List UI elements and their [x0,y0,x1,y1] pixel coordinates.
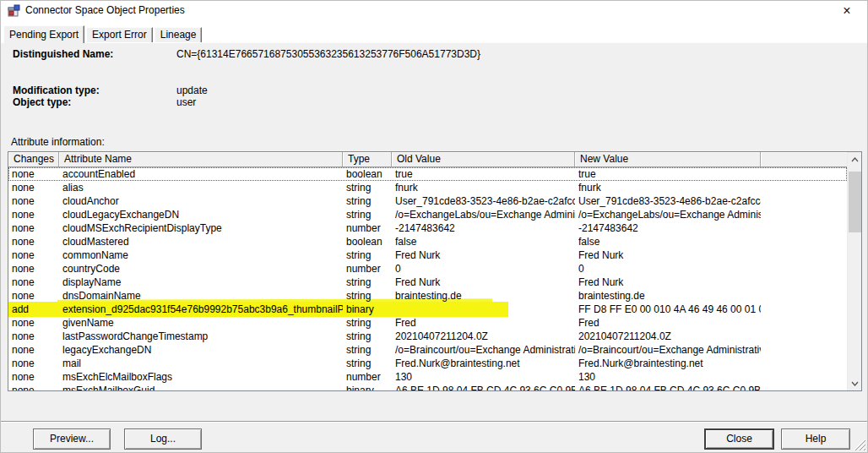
cell-changes: none [8,384,59,390]
cell-new-value: false [575,235,761,248]
help-button[interactable]: Help [781,428,850,450]
tab-lineage[interactable]: Lineage [155,27,203,42]
cell-changes: none [8,330,59,343]
cell-changes: none [8,289,59,303]
cell-new-value: 130 [575,370,761,384]
cell-type: string [343,289,392,303]
close-icon[interactable]: × [833,1,860,20]
close-button[interactable]: Close [704,428,774,450]
cell-old-value: Fred Nurk [392,276,575,289]
cell-new-value: -2147483642 [575,221,761,235]
table-row[interactable]: none lastPasswordChangeTimestamp string … [8,330,847,343]
cell-old-value: true [392,167,575,181]
table-row[interactable]: none cloudLegacyExchangeDN string /o=Exc… [8,208,847,221]
cell-filler [761,208,847,221]
cell-changes: none [8,181,59,194]
cell-new-value: Fred.Nurk@braintesting.net [575,357,761,370]
cell-changes: none [8,235,59,248]
cell-attribute-name: lastPasswordChangeTimestamp [59,330,343,343]
tab-pending-export[interactable]: Pending Export [3,25,84,43]
table-row[interactable]: none givenName string Fred Fred [8,316,847,330]
cell-attribute-name: cloudMSExchRecipientDisplayType [59,221,343,235]
cell-changes: none [8,316,59,330]
cell-old-value: braintesting.de [392,289,575,303]
cell-new-value: User_791cde83-3523-4e86-b2ae-c2afcc4... [575,194,761,208]
cell-type: string [343,343,392,357]
column-header-filler[interactable] [761,152,847,166]
cell-filler [761,221,847,235]
cell-type: boolean [343,167,392,181]
cell-changes: none [8,167,59,181]
table-body: none accountEnabled boolean true true no… [8,167,847,390]
cell-new-value: FF D8 FF E0 00 010 4A 46 49 46 00 01 01.… [575,303,761,316]
vertical-scrollbar[interactable] [847,152,861,390]
cell-old-value: /o=Braincourt/ou=Exchange Administrativ.… [392,343,575,357]
modification-type-value: update [176,85,208,96]
cell-type: string [343,181,392,194]
cell-attribute-name: dnsDomainName [59,289,343,303]
column-header-new-value[interactable]: New Value [575,152,761,166]
cell-changes: none [8,208,59,221]
cell-filler [761,248,847,262]
cell-new-value: Fred Nurk [575,248,761,262]
cell-type: string [343,316,392,330]
table-row[interactable]: add extension_d925dac931f54e76b9992b75ab… [8,303,847,316]
cell-filler [761,262,847,276]
cell-old-value: Fred [392,316,575,330]
object-type-value: user [176,96,196,108]
cell-type: string [343,330,392,343]
cell-type: string [343,194,392,208]
cell-attribute-name: mail [59,357,343,370]
column-header-old-value[interactable]: Old Value [392,152,575,166]
cell-filler [761,289,847,303]
tab-strip: Pending Export Export Error Lineage [3,25,202,42]
scrollbar-up-icon[interactable] [848,152,862,166]
cell-changes: none [8,276,59,289]
app-icon [8,4,21,18]
attribute-information-label: Attribute information: [11,136,105,148]
table-row[interactable]: none cloudMastered boolean false false [8,235,847,248]
cell-old-value: false [392,235,575,248]
table-row[interactable]: none accountEnabled boolean true true [8,167,847,181]
preview-button[interactable]: Preview... [33,428,111,450]
table-row[interactable]: none dnsDomainName string braintesting.d… [8,289,847,303]
table-row[interactable]: none msExchElcMailboxFlags number 130 13… [8,370,847,384]
scrollbar-down-icon[interactable] [848,376,862,390]
cell-attribute-name: countryCode [59,262,343,276]
table-row[interactable]: none cloudAnchor string User_791cde83-35… [8,194,847,208]
column-header-changes[interactable]: Changes [8,152,59,166]
table-row[interactable]: none displayName string Fred Nurk Fred N… [8,276,847,289]
column-header-attribute-name[interactable]: Attribute Name [59,152,343,166]
cell-changes: none [8,357,59,370]
table-row[interactable]: none mail string Fred.Nurk@braintesting.… [8,357,847,370]
cell-attribute-name: extension_d925dac931f54e76b9992b75abc3b9… [59,303,343,316]
table-row[interactable]: none cloudMSExchRecipientDisplayType num… [8,221,847,235]
cell-filler [761,235,847,248]
table-row[interactable]: none alias string fnurk fnurk [8,181,847,194]
table-row[interactable]: none legacyExchangeDN string /o=Braincou… [8,343,847,357]
cell-old-value: User_791cde83-3523-4e86-b2ae-c2afcc4... [392,194,575,208]
modification-type-label: Modification type: [13,85,100,96]
table-row[interactable]: none commonName string Fred Nurk Fred Nu… [8,248,847,262]
cell-type: number [343,221,392,235]
cell-filler [761,276,847,289]
cell-old-value: 130 [392,370,575,384]
cell-old-value [392,303,575,316]
log-button[interactable]: Log... [124,428,202,450]
table-row[interactable]: none msExchMailboxGuid binary A6 BE 1D 9… [8,384,847,390]
column-header-type[interactable]: Type [343,152,392,166]
titlebar: Connector Space Object Properties × [1,1,867,20]
tab-export-error[interactable]: Export Error [86,27,153,42]
cell-attribute-name: msExchMailboxGuid [59,384,343,390]
cell-changes: none [8,221,59,235]
cell-type: binary [343,303,392,316]
resize-grip[interactable] [854,439,865,450]
cell-attribute-name: accountEnabled [59,167,343,181]
distinguished-name-label: Distinguished Name: [13,48,113,60]
cell-type: string [343,208,392,221]
cell-type: string [343,248,392,262]
cell-type: number [343,262,392,276]
cell-filler [761,384,847,390]
scrollbar-thumb[interactable] [849,172,861,232]
table-row[interactable]: none countryCode number 0 0 [8,262,847,276]
